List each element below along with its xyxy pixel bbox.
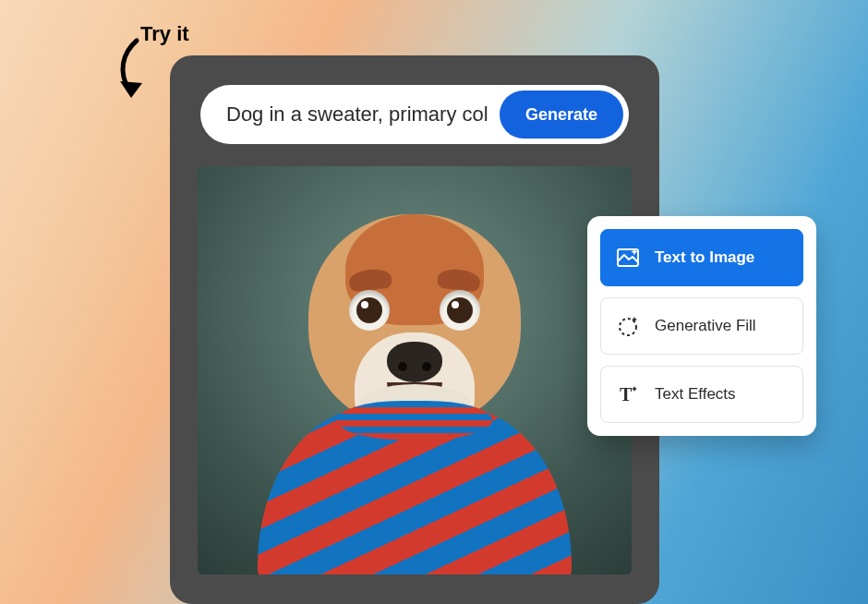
- try-it-arrow-icon: [109, 37, 150, 109]
- selection-sparkle-icon: [616, 314, 640, 338]
- generated-image: [198, 166, 632, 574]
- option-generative-fill[interactable]: Generative Fill: [600, 297, 803, 355]
- prompt-bar: Generate: [200, 85, 629, 144]
- svg-point-1: [620, 319, 636, 335]
- prompt-input[interactable]: [226, 103, 488, 127]
- text-sparkle-icon: T: [616, 382, 640, 406]
- generate-button[interactable]: Generate: [500, 91, 623, 139]
- option-label: Generative Fill: [655, 317, 756, 335]
- options-panel: Text to Image Generative Fill T Text Eff…: [587, 216, 816, 436]
- generator-card: Generate: [170, 55, 659, 604]
- option-text-to-image[interactable]: Text to Image: [600, 229, 803, 286]
- image-sparkle-icon: [616, 246, 640, 270]
- option-label: Text Effects: [655, 385, 736, 404]
- option-text-effects[interactable]: T Text Effects: [600, 366, 803, 423]
- option-label: Text to Image: [655, 248, 754, 267]
- prompt-input-field[interactable]: [226, 103, 488, 127]
- svg-text:T: T: [620, 384, 633, 405]
